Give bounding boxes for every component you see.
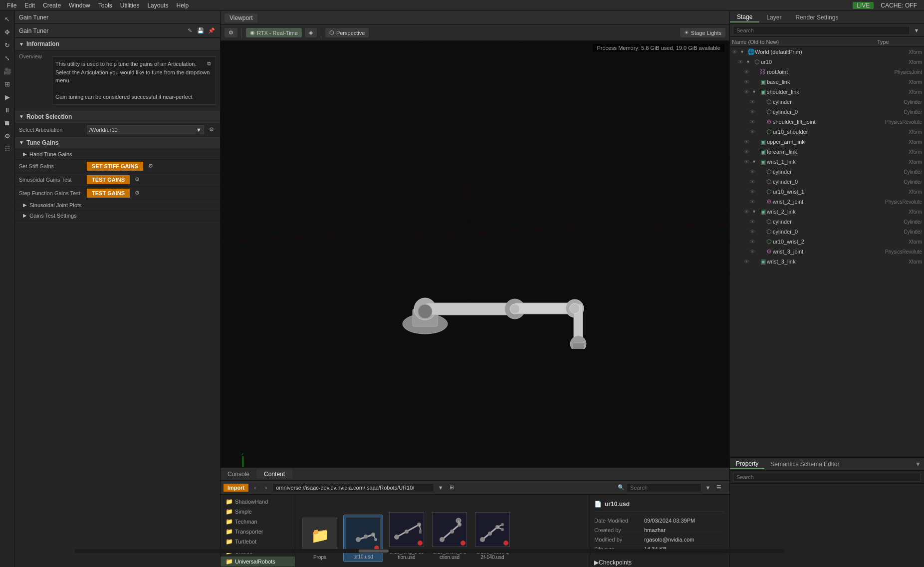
tree-row-cylinder0-w2[interactable]: 👁 ⬡ cylinder_0 Cylinder xyxy=(730,227,924,237)
eye-icon-upperarmlink[interactable]: 👁 xyxy=(744,139,752,145)
import-button[interactable]: Import xyxy=(224,484,248,492)
content-search-input[interactable] xyxy=(627,483,701,492)
copy-icon[interactable]: ⧉ xyxy=(205,59,214,68)
path-filter-icon[interactable]: ▼ xyxy=(436,483,445,492)
rtx-realtime-btn[interactable]: ◉ RTX - Real-Time xyxy=(246,28,302,37)
menu-tools[interactable]: Tools xyxy=(94,2,116,9)
eye-icon-wrist2link[interactable]: 👁 xyxy=(744,209,752,215)
gains-test-settings-header[interactable]: ▶ Gains Test Settings xyxy=(15,211,220,221)
hand-tune-gains-header[interactable]: ▶ Hand Tune Gains xyxy=(15,149,220,160)
file-card-ur10-short[interactable]: ur10_short_s uction.usd xyxy=(430,510,469,562)
tree-row-shoulderlink[interactable]: 👁 ▼ ▣ shoulder_link Xform xyxy=(730,87,924,97)
stage-tab-stage[interactable]: Stage xyxy=(730,12,759,22)
tree-row-baselink[interactable]: 👁 ▣ base_link Xform xyxy=(730,77,924,87)
sinusoidal-test-button[interactable]: TEST GAINS xyxy=(87,175,130,184)
bookmark-icon[interactable]: ⊞ xyxy=(447,483,456,492)
menu-window[interactable]: Window xyxy=(65,2,94,9)
property-tab[interactable]: Property xyxy=(730,459,764,469)
sidebar-item-universalrobots[interactable]: 📁 UniversalRobots xyxy=(221,557,295,567)
nav-forward-icon[interactable]: › xyxy=(261,483,270,492)
step-settings-icon[interactable]: ⚙ xyxy=(133,189,142,198)
viewport-tab[interactable]: Viewport xyxy=(225,13,257,22)
sidebar-item-shadowhand[interactable]: 📁 ShadowHand xyxy=(221,497,295,507)
stage-filter-icon[interactable]: ▼ xyxy=(912,26,921,35)
menu-edit[interactable]: Edit xyxy=(20,2,39,9)
tree-row-wrist3link[interactable]: 👁 ▣ wrist_3_link Xform xyxy=(730,257,924,267)
save-icon[interactable]: 💾 xyxy=(196,26,205,35)
tree-row-forearmlink[interactable]: 👁 ▣ forearm_link Xform xyxy=(730,147,924,157)
content-filter-icon[interactable]: ▼ xyxy=(703,483,712,492)
edit-icon[interactable]: ✎ xyxy=(185,26,194,35)
eye-icon-wrist3link[interactable]: 👁 xyxy=(744,259,752,265)
sidebar-item-techman[interactable]: 📁 Techman xyxy=(221,517,295,527)
file-card-ur10-long[interactable]: ur10_long_s uction.usd xyxy=(387,510,426,562)
settings-btn[interactable]: ⚙ xyxy=(225,28,237,37)
toolbar-select-icon[interactable]: ↖ xyxy=(1,13,13,25)
eye-icon-ur10wrist2[interactable]: 👁 xyxy=(750,239,758,245)
tree-arrow-world[interactable]: ▼ xyxy=(740,49,747,54)
eye-icon-cylinder-w2[interactable]: 👁 xyxy=(750,219,758,225)
tree-arrow-shoulderlink[interactable]: ▼ xyxy=(752,89,759,94)
eye-icon-world[interactable]: 👁 xyxy=(732,49,740,55)
robot-selection-header[interactable]: ▼ Robot Selection xyxy=(15,111,220,123)
step-function-test-button[interactable]: TEST GAINS xyxy=(87,189,130,198)
menu-create[interactable]: Create xyxy=(39,2,65,9)
tree-row-wrist3joint[interactable]: 👁 ⚙ wrist_3_joint PhysicsRevolute xyxy=(730,247,924,257)
set-stiff-settings-icon[interactable]: ⚙ xyxy=(146,162,155,171)
eye-icon-baselink[interactable]: 👁 xyxy=(744,79,752,85)
articulation-settings-icon[interactable]: ⚙ xyxy=(207,125,216,134)
tree-row-ur10[interactable]: 👁 ▼ ⬡ ur10 Xform xyxy=(730,57,924,67)
eye-icon-ur10wrist1[interactable]: 👁 xyxy=(750,189,758,195)
tree-row-upperarmlink[interactable]: 👁 ▣ upper_arm_link Xform xyxy=(730,137,924,147)
content-tab[interactable]: Content xyxy=(257,470,292,479)
sinusoidal-plots-header[interactable]: ▶ Sinusoidal Joint Plots xyxy=(15,200,220,211)
toolbar-snap-icon[interactable]: ⊞ xyxy=(1,78,13,90)
eye-icon-ur10[interactable]: 👁 xyxy=(738,59,746,65)
toolbar-layers-icon[interactable]: ☰ xyxy=(1,143,13,155)
perspective-btn[interactable]: ⬡ Perspective xyxy=(325,28,369,37)
tree-row-cylinder-w1[interactable]: 👁 ⬡ cylinder Cylinder xyxy=(730,167,924,177)
toolbar-scale-icon[interactable]: ⤡ xyxy=(1,52,13,64)
eye-icon-wrist1link[interactable]: 👁 xyxy=(744,159,752,165)
eye-icon-shoulderlink[interactable]: 👁 xyxy=(744,89,752,95)
eye-icon-cylinder-w1[interactable]: 👁 xyxy=(750,169,758,175)
sidebar-item-turtlebot[interactable]: 📁 Turtlebot xyxy=(221,537,295,547)
tree-row-ur10wrist1[interactable]: 👁 ⬡ ur10_wrist_1 Xform xyxy=(730,187,924,197)
eye-icon-cylinder0-sl[interactable]: 👁 xyxy=(750,109,758,115)
menu-help[interactable]: Help xyxy=(172,2,193,9)
menu-utilities[interactable]: Utilities xyxy=(116,2,144,9)
tree-arrow-wrist2link[interactable]: ▼ xyxy=(752,209,759,214)
tune-gains-header[interactable]: ▼ Tune Gains xyxy=(15,137,220,149)
tree-row-cylinder-w2[interactable]: 👁 ⬡ cylinder Cylinder xyxy=(730,217,924,227)
nav-back-icon[interactable]: ‹ xyxy=(250,483,259,492)
tree-row-cylinder0-sl[interactable]: 👁 ⬡ cylinder_0 Cylinder xyxy=(730,107,924,117)
toolbar-move-icon[interactable]: ✥ xyxy=(1,26,13,38)
sidebar-item-simple[interactable]: 📁 Simple xyxy=(221,507,295,517)
sidebar-item-transporter[interactable]: 📁 Transporter xyxy=(221,527,295,537)
tree-row-wrist2link[interactable]: 👁 ▼ ▣ wrist_2_link Xform xyxy=(730,207,924,217)
horizontal-scrollbar[interactable] xyxy=(221,549,729,553)
set-stiff-gains-button[interactable]: SET STIFF GAINS xyxy=(87,162,143,171)
pin-icon[interactable]: 📌 xyxy=(207,26,216,35)
eye-icon-forearmlink[interactable]: 👁 xyxy=(744,149,752,155)
toolbar-stop-icon[interactable]: ⏹ xyxy=(1,117,13,129)
eye-icon-shoulderliftjoint[interactable]: 👁 xyxy=(750,119,758,125)
property-search-input[interactable] xyxy=(733,473,921,482)
eye-icon-cylinder0-w1[interactable]: 👁 xyxy=(750,179,758,185)
console-tab[interactable]: Console xyxy=(221,470,257,479)
tree-row-rootjoint[interactable]: 👁 ⛓ rootJoint PhysicsJoint xyxy=(730,67,924,77)
information-section-header[interactable]: ▼ Information xyxy=(15,38,220,50)
toolbar-rotate-icon[interactable]: ↻ xyxy=(1,39,13,51)
tree-row-world[interactable]: 👁 ▼ 🌐 World (defaultPrim) Xform xyxy=(730,47,924,57)
viewport-3d[interactable]: Process Memory: 5.8 GiB used, 19.0 GiB a… xyxy=(221,41,729,467)
eye-icon-wrist2joint[interactable]: 👁 xyxy=(750,199,758,205)
stage-tab-layer[interactable]: Layer xyxy=(759,13,788,22)
tree-row-cylinder-sl1[interactable]: 👁 ⬡ cylinder Cylinder xyxy=(730,97,924,107)
tree-row-wrist1link[interactable]: 👁 ▼ ▣ wrist_1_link Xform xyxy=(730,157,924,167)
articulation-select[interactable]: /World/ur10 ▼ xyxy=(87,125,204,134)
toolbar-camera-icon[interactable]: 🎥 xyxy=(1,65,13,77)
file-card-ur10[interactable]: ur10.usd xyxy=(343,515,383,562)
toolbar-play-icon[interactable]: ▶ xyxy=(1,91,13,103)
eye-icon-rootjoint[interactable]: 👁 xyxy=(744,69,752,75)
eye-icon-cylinder-sl1[interactable]: 👁 xyxy=(750,99,758,105)
